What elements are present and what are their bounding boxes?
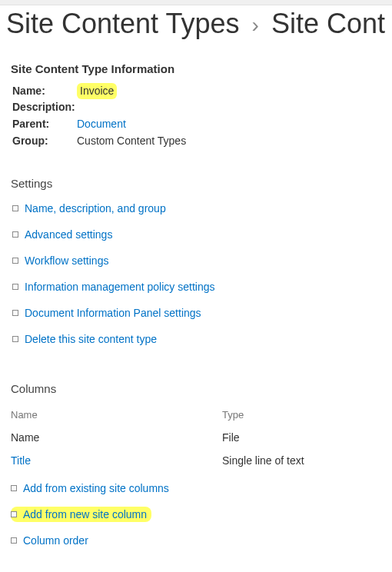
info-parent-label: Parent: <box>12 116 77 133</box>
settings-doc-panel-link[interactable]: Document Information Panel settings <box>25 307 201 319</box>
info-heading: Site Content Type Information <box>11 62 381 75</box>
info-row-name: Name: Invoice <box>12 83 381 100</box>
settings-workflow-link[interactable]: Workflow settings <box>25 254 108 267</box>
settings-heading: Settings <box>11 177 381 190</box>
info-row-parent: Parent: Document <box>12 116 381 133</box>
columns-row-type: Single line of text <box>222 454 304 467</box>
settings-advanced-link[interactable]: Advanced settings <box>25 228 112 241</box>
settings-policy-link[interactable]: Information management policy settings <box>25 281 214 293</box>
bullet-icon <box>11 511 17 517</box>
bullet-icon <box>11 537 17 544</box>
columns-heading: Columns <box>11 382 381 395</box>
bullet-icon <box>11 485 17 491</box>
settings-link-list: Name, description, and group Advanced se… <box>12 202 381 345</box>
columns-action-item: Add from existing site columns <box>11 482 381 494</box>
info-name-value: Invoice <box>77 83 117 100</box>
bullet-icon <box>12 336 18 342</box>
bullet-icon <box>12 205 18 211</box>
column-title-link[interactable]: Title <box>11 454 31 467</box>
info-name-label: Name: <box>12 83 77 100</box>
settings-link-item: Advanced settings <box>12 228 381 241</box>
breadcrumb-separator-icon: › <box>247 13 264 37</box>
bullet-icon <box>12 310 18 316</box>
columns-action-item: Add from new site column <box>11 507 381 522</box>
columns-row: Name File <box>11 431 381 444</box>
info-group-value: Custom Content Types <box>77 133 186 150</box>
breadcrumb: Site Content Types › Site Cont <box>0 5 392 39</box>
settings-link-item: Document Information Panel settings <box>12 307 381 319</box>
add-from-existing-columns-link[interactable]: Add from existing site columns <box>23 482 169 494</box>
settings-link-item: Name, description, and group <box>12 202 381 214</box>
breadcrumb-current: Site Cont <box>271 8 385 39</box>
info-description-label: Description: <box>12 99 77 116</box>
window-topbar <box>0 0 392 5</box>
breadcrumb-root[interactable]: Site Content Types <box>6 8 240 39</box>
settings-link-item: Workflow settings <box>12 254 381 267</box>
settings-name-description-group-link[interactable]: Name, description, and group <box>25 202 166 214</box>
settings-delete-link[interactable]: Delete this site content type <box>25 333 157 345</box>
columns-row: Title Single line of text <box>11 454 381 467</box>
parent-link[interactable]: Document <box>77 118 126 130</box>
info-group-label: Group: <box>12 133 77 150</box>
columns-header-type: Type <box>222 409 244 421</box>
columns-header-name: Name <box>11 409 222 421</box>
settings-link-item: Delete this site content type <box>12 333 381 345</box>
bullet-icon <box>12 258 18 264</box>
info-table: Name: Invoice Description: Parent: Docum… <box>12 83 381 150</box>
add-from-new-column-link[interactable]: Add from new site column <box>23 508 147 520</box>
settings-link-item: Information management policy settings <box>12 281 381 293</box>
columns-header-row: Name Type <box>11 409 381 421</box>
bullet-icon <box>12 231 18 238</box>
columns-row-name: Name <box>11 431 222 444</box>
info-row-group: Group: Custom Content Types <box>12 133 381 150</box>
columns-row-type: File <box>222 431 240 444</box>
info-row-description: Description: <box>12 99 381 116</box>
bullet-icon <box>12 284 18 290</box>
column-actions: Add from existing site columns Add from … <box>11 482 381 547</box>
columns-action-item: Column order <box>11 534 381 547</box>
column-order-link[interactable]: Column order <box>23 534 88 547</box>
